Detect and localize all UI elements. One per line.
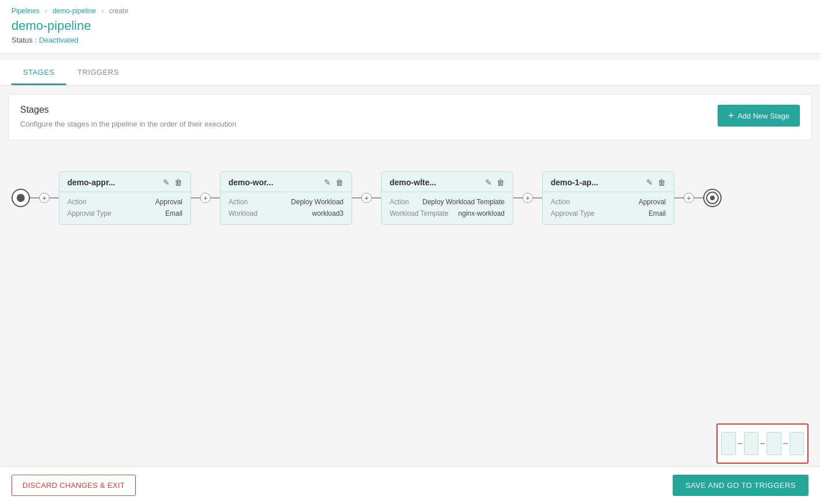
pipeline-canvas: + demo-appr... ✎ 🗑 Action Approval Appro… bbox=[0, 140, 820, 255]
stage-card-3: demo-1-ap... ✎ 🗑 Action Approval Approva… bbox=[542, 171, 674, 225]
end-node-inner bbox=[706, 192, 719, 204]
stage-field-2-0: Action Deploy Workload Template bbox=[390, 198, 505, 206]
end-node bbox=[703, 189, 722, 207]
edit-icon-2[interactable]: ✎ bbox=[485, 178, 492, 187]
stage-name-3: demo-1-ap... bbox=[551, 178, 646, 187]
line bbox=[211, 197, 220, 198]
start-node-inner bbox=[17, 194, 25, 202]
line bbox=[49, 197, 59, 198]
stage-field-0-1: Approval Type Email bbox=[67, 209, 182, 217]
line bbox=[191, 197, 200, 198]
field-label: Workload bbox=[228, 209, 257, 217]
stages-title: Stages bbox=[20, 105, 237, 115]
stage-field-3-0: Action Approval bbox=[551, 198, 666, 206]
delete-icon-0[interactable]: 🗑 bbox=[174, 178, 182, 187]
line bbox=[352, 197, 361, 198]
stage-field-3-1: Approval Type Email bbox=[551, 209, 666, 217]
field-value: Deploy Workload bbox=[291, 198, 344, 206]
edit-icon-3[interactable]: ✎ bbox=[646, 178, 653, 187]
stage-field-0-0: Action Approval bbox=[67, 198, 182, 206]
status-label: Status : bbox=[12, 36, 37, 44]
connector-add-0: + bbox=[30, 193, 59, 203]
field-label: Workload Template bbox=[390, 209, 448, 217]
field-label: Action bbox=[228, 198, 247, 206]
stage-card-header-3: demo-1-ap... ✎ 🗑 bbox=[543, 172, 674, 192]
line bbox=[372, 197, 381, 198]
stage-card-header-1: demo-wor... ✎ 🗑 bbox=[220, 172, 352, 192]
stage-card-body-1: Action Deploy Workload Workload workload… bbox=[220, 192, 352, 224]
stage-card-header-2: demo-wlte... ✎ 🗑 bbox=[382, 172, 513, 192]
stage-card-body-0: Action Approval Approval Type Email bbox=[59, 192, 190, 224]
delete-icon-3[interactable]: 🗑 bbox=[658, 178, 666, 187]
stage-actions-1: ✎ 🗑 bbox=[324, 178, 344, 187]
add-between-btn-end[interactable]: + bbox=[684, 193, 694, 203]
field-label: Approval Type bbox=[67, 209, 112, 217]
edit-icon-0[interactable]: ✎ bbox=[163, 178, 170, 187]
stage-actions-0: ✎ 🗑 bbox=[163, 178, 182, 187]
stage-card-0: demo-appr... ✎ 🗑 Action Approval Approva… bbox=[59, 171, 191, 225]
field-value: nginx-workload bbox=[458, 209, 505, 217]
plus-icon: + bbox=[728, 110, 734, 121]
field-label: Action bbox=[67, 198, 86, 206]
stages-section-header: Stages Configure the stages in the pipel… bbox=[8, 94, 812, 140]
breadcrumb-demo-pipeline[interactable]: demo-pipeline bbox=[52, 7, 96, 15]
edit-icon-1[interactable]: ✎ bbox=[324, 178, 331, 187]
field-value: Email bbox=[165, 209, 182, 217]
pipeline-title: demo-pipeline bbox=[12, 18, 808, 33]
field-value: Email bbox=[649, 209, 666, 217]
stages-section-info: Stages Configure the stages in the pipel… bbox=[20, 105, 237, 128]
field-value: Deploy Workload Template bbox=[422, 198, 505, 206]
add-stage-label: Add New Stage bbox=[738, 112, 790, 120]
field-value: Approval bbox=[155, 198, 182, 206]
field-value: workload3 bbox=[312, 209, 344, 217]
status-row: Status : Deactivated bbox=[12, 36, 808, 44]
add-between-btn-2[interactable]: + bbox=[361, 193, 372, 203]
connector-add-end: + bbox=[674, 193, 703, 203]
line bbox=[694, 197, 703, 198]
add-stage-button[interactable]: + Add New Stage bbox=[718, 105, 800, 127]
stage-actions-2: ✎ 🗑 bbox=[485, 178, 505, 187]
stage-field-2-1: Workload Template nginx-workload bbox=[390, 209, 505, 217]
field-label: Approval Type bbox=[551, 209, 595, 217]
stage-card-header-0: demo-appr... ✎ 🗑 bbox=[59, 172, 190, 192]
start-node bbox=[12, 189, 30, 207]
line bbox=[30, 197, 39, 198]
delete-icon-1[interactable]: 🗑 bbox=[335, 178, 344, 187]
field-value: Approval bbox=[639, 198, 666, 206]
stage-name-0: demo-appr... bbox=[67, 178, 163, 187]
status-value: Deactivated bbox=[39, 36, 79, 44]
stage-field-1-1: Workload workload3 bbox=[228, 209, 344, 217]
breadcrumb-sep-2: › bbox=[101, 7, 104, 15]
field-label: Action bbox=[551, 198, 570, 206]
stage-field-1-0: Action Deploy Workload bbox=[228, 198, 344, 206]
stages-description: Configure the stages in the pipeline in … bbox=[20, 120, 237, 128]
breadcrumb: Pipelines › demo-pipeline › create bbox=[12, 7, 808, 15]
stage-card-body-2: Action Deploy Workload Template Workload… bbox=[382, 192, 513, 224]
connector-add-2: + bbox=[352, 193, 381, 203]
add-between-btn-3[interactable]: + bbox=[522, 193, 533, 203]
add-between-btn-0[interactable]: + bbox=[39, 193, 49, 203]
tab-stages[interactable]: STAGES bbox=[12, 60, 66, 85]
line bbox=[513, 197, 522, 198]
stage-card-2: demo-wlte... ✎ 🗑 Action Deploy Workload … bbox=[381, 171, 513, 225]
stage-name-2: demo-wlte... bbox=[390, 178, 485, 187]
stage-card-body-3: Action Approval Approval Type Email bbox=[543, 192, 674, 224]
stage-actions-3: ✎ 🗑 bbox=[646, 178, 666, 187]
page-header: Pipelines › demo-pipeline › create demo-… bbox=[0, 0, 820, 54]
delete-icon-2[interactable]: 🗑 bbox=[497, 178, 505, 187]
tab-triggers[interactable]: TRIGGERS bbox=[66, 60, 131, 85]
connector-add-3: + bbox=[513, 193, 542, 203]
breadcrumb-pipelines[interactable]: Pipelines bbox=[12, 7, 40, 15]
connector-add-1: + bbox=[191, 193, 220, 203]
stage-name-1: demo-wor... bbox=[228, 178, 324, 187]
tabs-bar: STAGES TRIGGERS bbox=[0, 60, 820, 86]
add-between-btn-1[interactable]: + bbox=[200, 193, 211, 203]
line bbox=[533, 197, 542, 198]
line bbox=[674, 197, 684, 198]
stage-card-1: demo-wor... ✎ 🗑 Action Deploy Workload W… bbox=[220, 171, 352, 225]
breadcrumb-create: create bbox=[109, 7, 128, 15]
field-label: Action bbox=[390, 198, 409, 206]
end-node-dot bbox=[710, 196, 715, 200]
breadcrumb-sep-1: › bbox=[45, 7, 47, 15]
